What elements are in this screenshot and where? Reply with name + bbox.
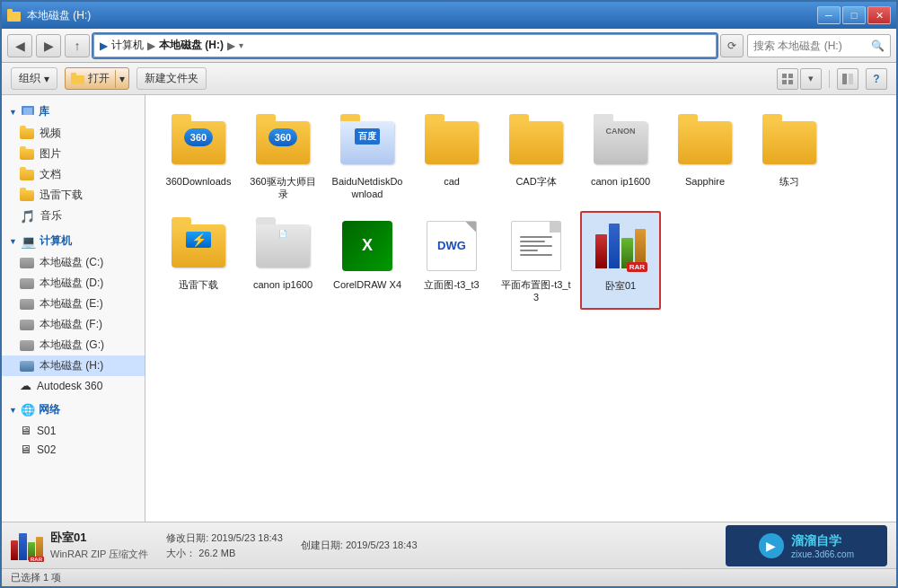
canon1-folder-icon: CANON bbox=[594, 121, 647, 164]
file-item-cad[interactable]: cad bbox=[411, 108, 492, 207]
status-file-info: 卧室01 WinRAR ZIP 压缩文件 bbox=[50, 530, 148, 561]
cad-folder-icon bbox=[425, 121, 479, 164]
file-item-baidu[interactable]: 百度 BaiduNetdiskDownload bbox=[327, 108, 408, 207]
sidebar-item-video[interactable]: 视频 bbox=[2, 123, 145, 144]
sidebar-picture-label: 图片 bbox=[40, 146, 61, 162]
path-part1: 计算机 bbox=[111, 38, 144, 53]
file-item-canonip1600-1[interactable]: CANON canon ip1600 bbox=[580, 108, 661, 207]
files-grid: 360 360Downloads 360 360驱动大师目录 bbox=[154, 104, 887, 313]
file-item-xunlei[interactable]: ⚡ 迅雷下载 bbox=[158, 211, 239, 311]
watermark-brand: 溜溜自学 bbox=[791, 533, 854, 549]
close-button[interactable]: ✕ bbox=[867, 6, 891, 24]
svg-rect-3 bbox=[71, 73, 76, 76]
svg-rect-5 bbox=[788, 74, 793, 78]
content-area: 360 360Downloads 360 360驱动大师目录 bbox=[145, 95, 896, 522]
sidebar-item-picture[interactable]: 图片 bbox=[2, 144, 145, 164]
search-input[interactable] bbox=[753, 39, 867, 52]
sidebar-item-xunlei[interactable]: 迅雷下载 bbox=[2, 185, 145, 206]
up-button[interactable]: ↑ bbox=[65, 34, 90, 57]
sidebar-item-diskH[interactable]: 本地磁盘 (H:) bbox=[2, 355, 145, 376]
xunlei-folder-icon: ⚡ bbox=[172, 224, 225, 268]
sidebar-item-diskF[interactable]: 本地磁盘 (F:) bbox=[2, 314, 145, 335]
forward-button[interactable]: ▶ bbox=[36, 34, 61, 57]
sidebar-item-diskG[interactable]: 本地磁盘 (G:) bbox=[2, 335, 145, 355]
practice-label: 练习 bbox=[779, 175, 799, 188]
winrar-badge: RAR bbox=[627, 262, 647, 272]
sidebar-item-autodesk[interactable]: ☁ Autodesk 360 bbox=[2, 376, 145, 395]
file-item-canonip1600-2[interactable]: 📄 canon ip1600 bbox=[242, 211, 323, 311]
book-blue bbox=[609, 224, 621, 268]
file-item-layout[interactable]: 平面布置图-t3_t3 bbox=[496, 211, 577, 311]
file-item-sapphire[interactable]: Sapphire bbox=[665, 108, 745, 207]
dwg-icon-wrap: DWG bbox=[423, 217, 480, 275]
view-toggle-button[interactable] bbox=[777, 68, 798, 90]
maximize-button[interactable]: □ bbox=[842, 6, 866, 24]
sidebar-item-S02[interactable]: 🖥 S02 bbox=[2, 440, 145, 459]
status-bar: RAR 卧室01 WinRAR ZIP 压缩文件 修改日期: 2019/5/23… bbox=[2, 522, 896, 568]
document-folder-icon bbox=[20, 170, 34, 180]
file-item-360driver[interactable]: 360 360驱动大师目录 bbox=[242, 108, 323, 207]
address-dropdown-arrow[interactable]: ▾ bbox=[239, 40, 243, 50]
file-item-dwg[interactable]: DWG 立面图-t3_t3 bbox=[411, 211, 492, 311]
360downloads-label: 360Downloads bbox=[166, 175, 232, 188]
disk-f-label: 本地磁盘 (F:) bbox=[40, 317, 102, 332]
organize-button[interactable]: 组织 ▾ bbox=[11, 67, 57, 90]
baidu-folder-icon: 百度 bbox=[340, 121, 394, 164]
back-button[interactable]: ◀ bbox=[7, 34, 32, 57]
library-arrow-icon: ▼ bbox=[9, 108, 17, 117]
open-button[interactable]: 打开 ▾ bbox=[65, 67, 129, 90]
disk-g-icon bbox=[20, 340, 34, 351]
help-button[interactable]: ? bbox=[866, 68, 887, 90]
preview-icon bbox=[842, 74, 853, 84]
sidebar-document-label: 文档 bbox=[40, 167, 61, 182]
refresh-button[interactable]: ⟳ bbox=[720, 34, 744, 57]
computer-arrow-icon: ▼ bbox=[9, 237, 17, 246]
file-item-cadfont[interactable]: CAD字体 bbox=[496, 108, 577, 207]
disk-c-label: 本地磁盘 (C:) bbox=[40, 255, 103, 270]
address-box[interactable]: ▶ 计算机 ▶ 本地磁盘 (H:) ▶ ▾ bbox=[93, 34, 717, 57]
disk-h-icon bbox=[20, 361, 34, 372]
sidebar-item-diskE[interactable]: 本地磁盘 (E:) bbox=[2, 294, 145, 314]
svg-rect-0 bbox=[7, 12, 21, 22]
bottom-strip: 已选择 1 项 bbox=[2, 568, 896, 586]
file-item-practice[interactable]: 练习 bbox=[749, 108, 830, 207]
view-buttons: ▾ bbox=[777, 68, 822, 90]
path-computer: ▶ bbox=[100, 39, 108, 52]
cad-label: cad bbox=[444, 175, 460, 188]
svg-rect-8 bbox=[842, 74, 847, 84]
file-item-coreldraw[interactable]: X CorelDRAW X4 bbox=[327, 211, 408, 311]
autodesk-icon: ☁ bbox=[20, 379, 31, 392]
sidebar-item-music[interactable]: 🎵 音乐 bbox=[2, 206, 145, 226]
360driver-folder-icon: 360 bbox=[256, 121, 310, 164]
sidebar-header-library[interactable]: ▼ 库 bbox=[2, 101, 145, 123]
sidebar: ▼ 库 视频 图片 文档 bbox=[2, 95, 145, 522]
sapphire-icon-wrap bbox=[676, 114, 734, 171]
new-folder-label: 新建文件夹 bbox=[145, 71, 198, 86]
winrar-icon-wrap: RAR bbox=[592, 218, 649, 276]
cad-icon-wrap bbox=[423, 114, 480, 171]
disk-d-label: 本地磁盘 (D:) bbox=[40, 276, 103, 291]
status-filetype: WinRAR ZIP 压缩文件 bbox=[50, 548, 148, 561]
new-folder-button[interactable]: 新建文件夹 bbox=[136, 67, 207, 90]
disk-g-label: 本地磁盘 (G:) bbox=[40, 338, 104, 353]
file-item-winrar[interactable]: RAR 卧室01 bbox=[580, 211, 661, 311]
sidebar-item-S01[interactable]: 🖥 S01 bbox=[2, 421, 145, 440]
file-item-360downloads[interactable]: 360 360Downloads bbox=[158, 108, 239, 207]
search-icon: 🔍 bbox=[871, 39, 885, 52]
sidebar-header-network[interactable]: ▼ 🌐 网络 bbox=[2, 399, 145, 421]
computer-icon-emoji: 💻 bbox=[21, 234, 36, 249]
search-box[interactable]: 🔍 bbox=[747, 34, 891, 57]
open-dropdown-arrow[interactable]: ▾ bbox=[115, 70, 128, 88]
sidebar-item-document[interactable]: 文档 bbox=[2, 164, 145, 185]
cadfont-label: CAD字体 bbox=[515, 175, 556, 188]
sidebar-header-computer[interactable]: ▼ 💻 计算机 bbox=[2, 230, 145, 252]
xunlei-icon-wrap: ⚡ bbox=[170, 217, 227, 275]
autodesk-label: Autodesk 360 bbox=[37, 380, 102, 392]
minimize-button[interactable]: ─ bbox=[817, 6, 841, 24]
sidebar-item-diskD[interactable]: 本地磁盘 (D:) bbox=[2, 273, 145, 294]
view-arrow-button[interactable]: ▾ bbox=[800, 68, 822, 90]
sidebar-item-diskC[interactable]: 本地磁盘 (C:) bbox=[2, 252, 145, 273]
preview-pane-button[interactable] bbox=[837, 68, 858, 90]
practice-icon-wrap bbox=[761, 114, 818, 171]
status-size-label: 大小： 26.2 MB bbox=[166, 547, 283, 560]
